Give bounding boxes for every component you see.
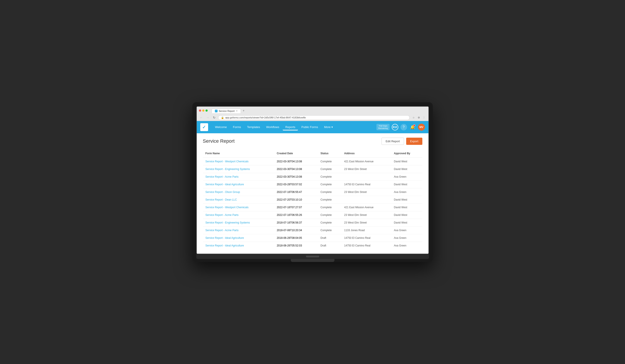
edit-report-button[interactable]: Edit Report xyxy=(381,138,404,145)
created-date-cell: 2022-03-30T04:13:08 xyxy=(274,173,318,181)
help-icon[interactable]: ? xyxy=(401,124,407,130)
nav-forms[interactable]: Forms xyxy=(230,124,244,130)
logo-check-icon: ✓ xyxy=(202,124,206,130)
status-cell: Complete xyxy=(318,173,342,181)
table-row: Service Report - Acme Parts2022-03-30T04… xyxy=(203,173,422,181)
nav-right: Trial DaysRemaining 810 ? 🔔 MV xyxy=(376,124,425,131)
form-name-link[interactable]: Service Report - Acme Parts xyxy=(206,229,239,232)
url-text: app.goformz.com/reports/viewer?id=2d5c5f… xyxy=(225,116,306,119)
menu-icon[interactable]: ⋮ xyxy=(422,115,426,120)
form-name-link[interactable]: Service Report - Westport Chemicals xyxy=(206,160,249,163)
created-date-cell: 2022-07-16T07:27:07 xyxy=(274,203,318,211)
address-bar-row: ← → ↻ 🔒 app.goformz.com/reports/viewer?i… xyxy=(199,115,426,121)
browser-reload-button[interactable]: ↻ xyxy=(212,115,217,120)
status-cell: Draft xyxy=(318,234,342,242)
table-body: Service Report - Westport Chemicals2022-… xyxy=(203,157,422,249)
created-date-cell: 2018-07-06T10:20:34 xyxy=(274,226,318,234)
laptop-notch xyxy=(306,256,319,257)
table-row: Service Report - Dean LLC2022-07-20T03:1… xyxy=(203,196,422,203)
form-name-link[interactable]: Service Report - Dean LLC xyxy=(206,198,237,201)
nav-templates[interactable]: Templates xyxy=(244,124,263,130)
table-row: Service Report - Olson Group2022-07-16T0… xyxy=(203,188,422,196)
address-cell: 421 East Mission Avenue xyxy=(342,203,391,211)
table-row: Service Report - Ideal Agriculture2022-0… xyxy=(203,181,422,188)
address-cell xyxy=(342,173,391,181)
created-date-cell: 2018-06-28T08:04:05 xyxy=(274,234,318,242)
reports-table: Form Name Created Date Status Address Ap… xyxy=(203,150,422,249)
approved-by-cell: Ava Green xyxy=(391,188,422,196)
col-status: Status xyxy=(318,150,342,158)
nav-welcome[interactable]: Welcome xyxy=(213,124,229,130)
nav-workflows[interactable]: Workflows xyxy=(264,124,282,130)
trial-badge: Trial DaysRemaining xyxy=(376,124,389,130)
address-cell: 14750 El Camino Real xyxy=(342,242,391,249)
bookmark-icon[interactable]: ☆ xyxy=(411,115,416,120)
status-cell: Complete xyxy=(318,157,342,165)
tab-title: Service Report xyxy=(219,110,235,112)
browser-forward-button[interactable]: → xyxy=(206,115,210,120)
traffic-lights xyxy=(199,109,208,112)
approved-by-cell: Ava Green xyxy=(391,242,422,249)
maximize-button[interactable] xyxy=(206,109,208,112)
form-name-link[interactable]: Service Report - Westport Chemicals xyxy=(206,206,249,209)
table-row: Service Report - Engineering Systems2022… xyxy=(203,165,422,173)
address-bar[interactable]: 🔒 app.goformz.com/reports/viewer?id=2d5c… xyxy=(218,115,410,120)
status-cell: Complete xyxy=(318,165,342,173)
approved-by-cell: David West xyxy=(391,165,422,173)
form-name-link[interactable]: Service Report - Engineering Systems xyxy=(206,168,250,171)
address-cell: 23 West Elm Street xyxy=(342,165,391,173)
form-name-link[interactable]: Service Report - Ideal Agriculture xyxy=(206,236,244,240)
status-cell: Complete xyxy=(318,203,342,211)
tab-close-icon[interactable]: ✕ xyxy=(236,110,238,112)
app-logo[interactable]: ✓ xyxy=(200,123,208,131)
laptop-bottom xyxy=(196,254,429,259)
header-actions: Edit Report Export xyxy=(381,138,422,145)
created-date-cell: 2018-07-16T06:56:37 xyxy=(274,219,318,226)
form-name-link[interactable]: Service Report - Ideal Agriculture xyxy=(206,183,244,186)
approved-by-cell: David West xyxy=(391,203,422,211)
status-cell: Draft xyxy=(318,242,342,249)
notifications-icon[interactable]: 🔔 xyxy=(409,124,416,130)
address-cell: 23 West Elm Street xyxy=(342,188,391,196)
col-created-date: Created Date xyxy=(274,150,318,158)
form-name-link[interactable]: Service Report - Olson Group xyxy=(206,190,240,194)
export-button[interactable]: Export xyxy=(406,138,422,145)
created-date-cell: 2022-03-28T03:57:02 xyxy=(274,181,318,188)
tab-bar: ✓ Service Report ✕ + xyxy=(212,108,246,113)
form-name-link[interactable]: Service Report - Engineering Systems xyxy=(206,221,250,224)
laptop-foot xyxy=(291,259,335,262)
form-name-link[interactable]: Service Report - Acme Parts xyxy=(206,175,239,178)
page-content: Service Report Edit Report Export Form N… xyxy=(197,133,429,254)
status-cell: Complete xyxy=(318,196,342,203)
col-approved-by: Approved By xyxy=(391,150,422,158)
browser-actions: ☆ ⚙ ⋮ xyxy=(411,115,426,120)
minimize-button[interactable] xyxy=(202,109,204,112)
created-date-cell: 2022-03-30T04:13:08 xyxy=(274,165,318,173)
created-date-cell: 2022-07-16T06:55:26 xyxy=(274,211,318,219)
browser-back-button[interactable]: ← xyxy=(199,115,204,120)
approved-by-cell: Ava Green xyxy=(391,234,422,242)
address-cell: 1133 Jones Road xyxy=(342,226,391,234)
trial-days-count: 810 xyxy=(392,124,398,130)
nav-links: Welcome Forms Templates Workflows Report… xyxy=(213,124,377,130)
form-name-link[interactable]: Service Report - Ideal Agriculture xyxy=(206,244,244,247)
status-cell: Complete xyxy=(318,188,342,196)
app-navbar: ✓ Welcome Forms Templates Workflows Repo… xyxy=(197,121,429,133)
table-row: Service Report - Ideal Agriculture2018-0… xyxy=(203,234,422,242)
user-avatar[interactable]: MV xyxy=(418,124,425,131)
approved-by-cell: Ava Green xyxy=(391,173,422,181)
laptop-frame: ✓ Service Report ✕ + ← → ↻ 🔒 app.goformz… xyxy=(192,102,433,262)
status-cell: Complete xyxy=(318,211,342,219)
extension-icon[interactable]: ⚙ xyxy=(417,115,421,120)
nav-more[interactable]: More ▾ xyxy=(322,124,336,130)
nav-public-forms[interactable]: Public Forms xyxy=(299,124,321,130)
created-date-cell: 2022-07-20T03:10:10 xyxy=(274,196,318,203)
new-tab-button[interactable]: + xyxy=(241,108,246,113)
browser-tab[interactable]: ✓ Service Report ✕ xyxy=(212,109,241,113)
col-form-name: Form Name xyxy=(203,150,274,158)
close-button[interactable] xyxy=(199,109,201,112)
page-title: Service Report xyxy=(203,138,235,144)
nav-reports[interactable]: Reports xyxy=(283,124,298,130)
status-cell: Complete xyxy=(318,181,342,188)
form-name-link[interactable]: Service Report - Acme Parts xyxy=(206,213,239,216)
